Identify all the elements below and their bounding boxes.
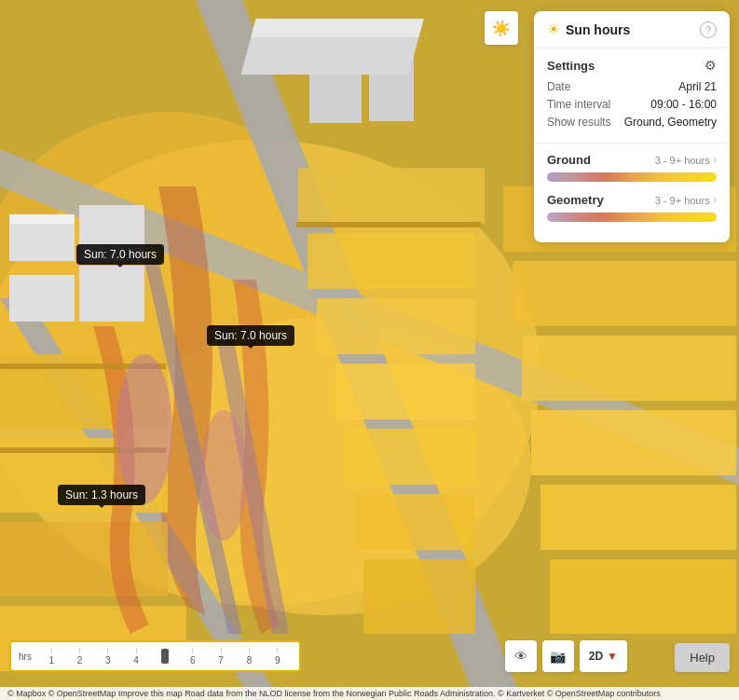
timeline-tick-1: 1 [37,648,65,666]
legend-geometry-bar [547,213,717,222]
svg-rect-33 [522,336,736,401]
setting-results-value: Ground, Geometry [624,116,717,129]
svg-rect-28 [345,429,475,485]
legend-geometry-range: 3 - 9+ hours [655,195,710,206]
svg-point-41 [200,410,247,541]
bottom-controls: 👁 📷 2D ▼ [505,640,627,672]
svg-rect-36 [550,559,736,634]
legend-geometry-header: Geometry 3 - 9+ hours › [547,193,717,207]
svg-rect-32 [513,261,736,326]
setting-date-value: April 21 [678,80,717,93]
svg-rect-16 [9,214,75,224]
eye-button[interactable]: 👁 [505,640,537,672]
attribution-text: © Mapbox © OpenStreetMap Improve this ma… [7,689,661,698]
svg-rect-17 [79,205,144,261]
camera-icon: 📷 [550,649,566,664]
settings-label: Settings [547,59,595,73]
svg-rect-35 [541,485,736,550]
panel-settings: Settings ⚙ Date April 21 Time interval 0… [534,48,730,144]
legend-ground-chevron[interactable]: › [714,155,717,165]
legend-ground-header: Ground 3 - 9+ hours › [547,153,717,167]
timeline-bar[interactable]: hrs 1 2 3 4 5 6 7 8 9 [9,640,301,672]
attribution-bar: © Mapbox © OpenStreetMap Improve this ma… [0,687,739,700]
legend-ground-title: Ground [547,153,591,167]
setting-date-row: Date April 21 [547,80,717,93]
svg-rect-39 [296,222,481,227]
svg-rect-22 [0,522,168,597]
timeline-handle[interactable] [161,649,169,664]
sun-hours-toggle-button[interactable]: ☀️ [485,11,518,45]
timeline-tick-6: 6 [179,648,207,666]
settings-header: Settings ⚙ [547,58,717,73]
setting-time-row: Time interval 09:00 - 16:00 [547,98,717,111]
compass-icon: ▼ [607,650,618,663]
svg-rect-29 [354,494,475,550]
timeline-tick-2: 2 [65,648,93,666]
camera-button[interactable]: 📷 [542,640,574,672]
legend-ground-bar [547,172,717,182]
legend-ground-range: 3 - 9+ hours [655,155,710,166]
svg-point-40 [116,354,172,503]
panel-title: Sun hours [566,22,700,37]
svg-rect-26 [317,298,475,354]
timeline-tick-8: 8 [235,648,263,666]
timeline-tick-3: 3 [94,648,122,666]
svg-rect-14 [251,19,423,37]
help-icon-button[interactable]: ? [700,21,717,38]
svg-rect-24 [298,168,485,224]
panel-legend: Ground 3 - 9+ hours › Geometry 3 - 9+ ho… [534,144,730,242]
panel-header: ☀ Sun hours ? [534,11,730,48]
setting-time-value: 09:00 - 16:00 [650,98,717,111]
timeline-ticks: 1 2 3 4 5 6 7 8 9 [37,648,292,666]
2d-label: 2D [589,650,603,663]
legend-ground-section: Ground 3 - 9+ hours › [547,153,717,182]
help-button[interactable]: Help [675,643,730,672]
svg-rect-27 [335,364,475,419]
svg-rect-25 [308,233,475,289]
timeline-tick-9: 9 [264,648,292,666]
setting-results-row: Show results Ground, Geometry [547,116,717,129]
setting-results-key: Show results [547,116,611,129]
legend-geometry-section: Geometry 3 - 9+ hours › [547,193,717,222]
timeline-tick-7: 7 [207,648,235,666]
svg-rect-34 [531,410,736,475]
settings-adjust-icon[interactable]: ⚙ [705,58,717,73]
setting-date-key: Date [547,80,570,93]
setting-time-key: Time interval [547,98,610,111]
legend-geometry-chevron[interactable]: › [714,195,717,205]
svg-rect-19 [79,266,144,322]
timeline-unit-label: hrs [19,652,37,662]
2d-mode-button[interactable]: 2D ▼ [580,640,627,672]
panel-sun-icon: ☀ [547,21,560,38]
legend-geometry-title: Geometry [547,193,604,207]
eye-icon: 👁 [514,649,527,664]
svg-rect-18 [9,275,75,322]
timeline-tick-4: 4 [122,648,150,666]
svg-rect-30 [363,559,475,634]
right-panel: ☀ Sun hours ? Settings ⚙ Date April 21 T… [534,11,730,242]
